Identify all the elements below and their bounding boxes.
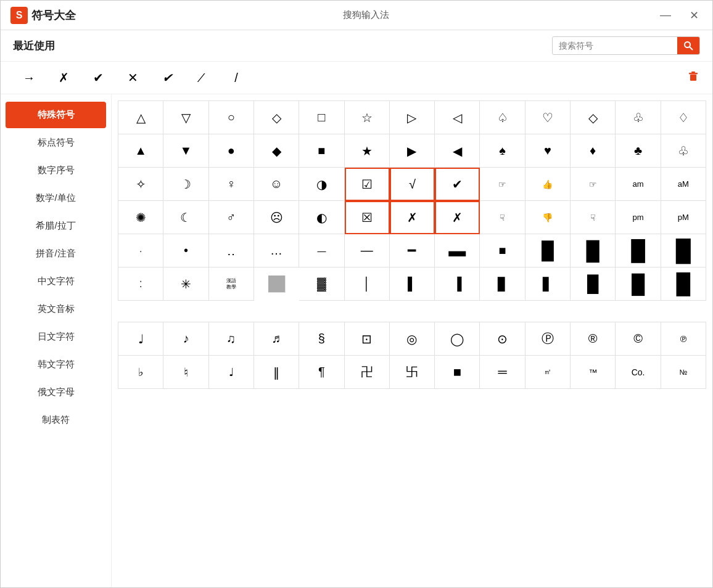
symbol-dash-thick[interactable]: ━: [390, 234, 435, 267]
recent-symbol-1[interactable]: ✗: [47, 65, 80, 90]
symbol-dash-thin[interactable]: —: [299, 234, 344, 267]
minimize-button[interactable]: —: [656, 7, 675, 23]
sidebar-item-korean[interactable]: 韩文字符: [6, 351, 106, 378]
symbol-right-block[interactable]: ▐: [435, 267, 480, 301]
symbol-rect2[interactable]: ■: [480, 234, 525, 267]
symbol-q-note[interactable]: ♩: [209, 356, 254, 389]
sidebar-item-greek[interactable]: 希腊/拉丁: [6, 213, 106, 239]
sidebar-item-russian[interactable]: 俄文字母: [6, 379, 106, 406]
recent-symbol-0[interactable]: →: [13, 65, 45, 90]
sidebar-item-table[interactable]: 制表符: [6, 407, 106, 433]
symbol-spade-outline[interactable]: ♤: [480, 101, 525, 134]
symbol-extra5[interactable]: №: [661, 356, 706, 389]
symbol-rect5[interactable]: █: [616, 234, 661, 267]
symbol-club-filled[interactable]: ♣: [616, 134, 661, 168]
symbol-pm[interactable]: pm: [616, 201, 661, 234]
symbol-half-circle[interactable]: ◑: [299, 168, 344, 201]
symbol-thumb-down[interactable]: 👎: [525, 201, 571, 234]
symbol-triangle-outline[interactable]: △: [118, 101, 163, 134]
symbol-copyright[interactable]: ©: [616, 322, 661, 356]
symbol-dots2[interactable]: ‥: [209, 234, 254, 267]
symbol-square-cross[interactable]: ⊡: [345, 322, 390, 356]
symbol-beamed-note[interactable]: ♫: [209, 322, 254, 356]
symbol-diamond-outline2[interactable]: ◇: [571, 101, 616, 134]
symbol-swastika2[interactable]: 卐: [390, 356, 435, 389]
symbol-circle2[interactable]: ◯: [435, 322, 480, 356]
symbol-extra3[interactable]: pM: [661, 201, 706, 234]
symbol-crescent2[interactable]: ☾: [163, 201, 208, 234]
symbol-registered[interactable]: ®: [571, 322, 616, 356]
symbol-block9[interactable]: █: [571, 267, 616, 301]
sidebar-item-pinyin[interactable]: 拼音/注音: [6, 240, 106, 267]
symbol-rect3[interactable]: █: [525, 234, 571, 267]
symbol-spade-outline2[interactable]: ♢: [661, 101, 706, 134]
symbol-triangle-down-outline[interactable]: ▽: [163, 101, 208, 134]
symbol-checkbox-x[interactable]: ☒: [345, 201, 390, 234]
symbol-am[interactable]: am: [616, 168, 661, 201]
symbol-swastika[interactable]: 卍: [345, 356, 390, 389]
recent-symbol-3[interactable]: ✕: [117, 65, 149, 90]
sidebar-item-japanese[interactable]: 日文字符: [6, 324, 106, 350]
symbol-hand-right1[interactable]: ☞: [480, 168, 525, 201]
symbol-sun-outline[interactable]: ✧: [118, 168, 163, 201]
symbol-image-text[interactable]: 漢語教學: [209, 267, 254, 301]
clear-recent-button[interactable]: [686, 70, 700, 86]
symbol-two-dots[interactable]: ⁚: [118, 267, 163, 301]
symbol-natural[interactable]: ♮: [163, 356, 208, 389]
symbol-circle-dot[interactable]: ⊙: [480, 322, 525, 356]
symbol-b-flat[interactable]: ♭: [118, 356, 163, 389]
symbol-extra2[interactable]: aM: [661, 168, 706, 201]
symbol-checkerboard[interactable]: ▓: [299, 267, 344, 301]
sidebar-item-chinese[interactable]: 中文字符: [6, 268, 106, 295]
symbol-square-filled[interactable]: ■: [299, 134, 344, 168]
sidebar-item-math[interactable]: 数学/单位: [6, 185, 106, 211]
symbol-dot-mid[interactable]: •: [163, 234, 208, 267]
symbol-thumb-up[interactable]: 👍: [525, 168, 571, 201]
symbol-double-bar[interactable]: ‖: [254, 356, 299, 389]
symbol-dash-med[interactable]: —: [345, 234, 390, 267]
symbol-pipe[interactable]: │: [345, 267, 390, 301]
symbol-circle-filled[interactable]: ●: [209, 134, 254, 168]
symbol-section[interactable]: §: [299, 322, 344, 356]
search-input[interactable]: [553, 37, 677, 54]
symbol-play-left-filled[interactable]: ◀: [435, 134, 480, 168]
symbol-spade-filled[interactable]: ♠: [480, 134, 525, 168]
symbol-mars[interactable]: ♂: [209, 201, 254, 234]
symbol-star-outline[interactable]: ☆: [345, 101, 390, 134]
symbol-block10[interactable]: █: [616, 267, 661, 301]
symbol-smiley[interactable]: ☺: [254, 168, 299, 201]
symbol-star-filled[interactable]: ★: [345, 134, 390, 168]
symbol-square-outline[interactable]: □: [299, 101, 344, 134]
symbol-beamed-note2[interactable]: ♬: [254, 322, 299, 356]
close-button[interactable]: ✕: [686, 7, 703, 23]
symbol-eighth-note[interactable]: ♩: [118, 322, 163, 356]
recent-symbol-5[interactable]: ∕: [186, 65, 218, 90]
symbol-extra4[interactable]: ℗: [661, 322, 706, 356]
symbol-hand-down2[interactable]: ☟: [571, 201, 616, 234]
symbol-heart-outline[interactable]: ♡: [525, 101, 571, 134]
symbol-rect4[interactable]: █: [571, 234, 616, 267]
symbol-diamond-filled[interactable]: ◆: [254, 134, 299, 168]
symbol-left-block[interactable]: ▌: [390, 267, 435, 301]
symbol-hand-down1[interactable]: ☟: [480, 201, 525, 234]
symbol-black-rect[interactable]: ■: [435, 356, 480, 389]
symbol-heart-filled[interactable]: ♥: [525, 134, 571, 168]
symbol-co[interactable]: Co.: [616, 356, 661, 389]
symbol-rect6[interactable]: █: [661, 234, 706, 267]
symbol-x-mark2[interactable]: ✗: [435, 201, 480, 234]
symbol-gray-square[interactable]: [268, 276, 286, 293]
symbol-diamond-outline[interactable]: ◇: [254, 101, 299, 134]
sidebar-item-phonetic[interactable]: 英文音标: [6, 296, 106, 322]
sidebar-item-numbers[interactable]: 数字序号: [6, 157, 106, 184]
symbol-club-outline[interactable]: ♧: [616, 101, 661, 134]
symbol-triangle-filled[interactable]: ▲: [118, 134, 163, 168]
sidebar-item-special[interactable]: 特殊符号: [6, 102, 106, 128]
symbol-x-mark[interactable]: ✗: [390, 201, 435, 234]
symbol-extra1[interactable]: ♧: [661, 134, 706, 168]
symbol-checkmark[interactable]: ✔: [435, 168, 480, 201]
sidebar-item-punctuation[interactable]: 标点符号: [6, 129, 106, 156]
symbol-asterisk2[interactable]: ✳: [163, 267, 208, 301]
recent-symbol-2[interactable]: ✔: [82, 65, 114, 90]
symbol-frowney[interactable]: ☹: [254, 201, 299, 234]
symbol-half-circle2[interactable]: ◐: [299, 201, 344, 234]
